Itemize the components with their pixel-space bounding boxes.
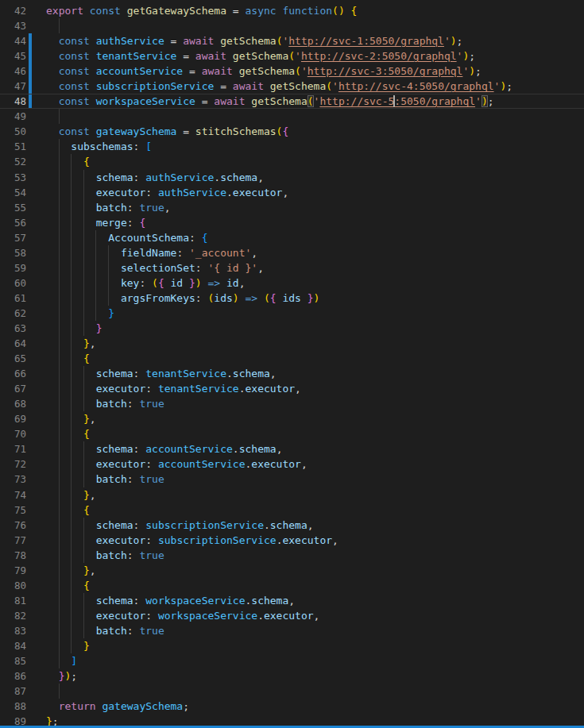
code-line[interactable]: 53 schema: authService.schema, [0, 170, 584, 185]
line-number[interactable]: 66 [0, 366, 26, 381]
code-line[interactable]: 50 const gatewaySchema = stitchSchemas({ [0, 124, 584, 139]
url-link-text[interactable]: :5050/graphql [394, 95, 475, 107]
line-number[interactable]: 86 [0, 668, 26, 684]
code-line[interactable]: 43 [0, 18, 584, 33]
line-number[interactable]: 57 [0, 230, 26, 245]
code-line[interactable]: 66 schema: tenantService.schema, [0, 366, 584, 381]
line-number[interactable]: 45 [0, 48, 26, 64]
code-line[interactable]: 46 const accountService = await getSchem… [0, 64, 584, 79]
line-number[interactable]: 60 [0, 275, 26, 291]
line-number[interactable]: 54 [0, 185, 26, 200]
line-number[interactable]: 75 [0, 503, 26, 518]
code-line[interactable]: 48 const workspaceService = await getSch… [0, 94, 584, 109]
line-number[interactable]: 73 [0, 472, 26, 487]
code-line[interactable]: 55 batch: true, [0, 200, 584, 215]
code-line[interactable]: 64 }, [0, 336, 584, 351]
code-line[interactable]: 51 subschemas: [ [0, 139, 584, 154]
code-line[interactable]: 52 { [0, 154, 584, 169]
line-number[interactable]: 81 [0, 593, 26, 608]
line-number[interactable]: 84 [0, 638, 26, 653]
line-number[interactable]: 82 [0, 608, 26, 623]
code-line[interactable]: 65 { [0, 351, 584, 366]
line-number[interactable]: 46 [0, 64, 26, 79]
line-number[interactable]: 53 [0, 170, 26, 185]
line-number[interactable]: 56 [0, 215, 26, 230]
code-line[interactable]: 72 executor: accountService.executor, [0, 456, 584, 472]
line-number[interactable]: 74 [0, 487, 26, 503]
line-number[interactable]: 50 [0, 124, 26, 139]
code-line[interactable]: 57 AccountSchema: { [0, 230, 584, 245]
line-number[interactable]: 85 [0, 653, 26, 668]
code-line[interactable]: 75 { [0, 503, 584, 518]
code-line[interactable]: 44 const authService = await getSchema('… [0, 33, 584, 48]
code-line[interactable]: 49 [0, 109, 584, 124]
line-number[interactable]: 67 [0, 381, 26, 396]
url-link-text[interactable]: http://svc-4:5050/graphql [338, 80, 494, 92]
line-number[interactable]: 76 [0, 518, 26, 533]
line-number[interactable]: 63 [0, 321, 26, 336]
code-line[interactable]: 78 batch: true [0, 548, 584, 563]
line-number[interactable]: 62 [0, 306, 26, 321]
line-number[interactable]: 71 [0, 441, 26, 456]
code-line[interactable]: 67 executor: tenantService.executor, [0, 381, 584, 396]
line-number[interactable]: 49 [0, 109, 26, 124]
line-number[interactable]: 51 [0, 139, 26, 154]
code-line[interactable]: 81 schema: workspaceService.schema, [0, 593, 584, 608]
line-number[interactable]: 87 [0, 684, 26, 699]
line-number[interactable]: 64 [0, 336, 26, 351]
code-line[interactable]: 47 const subscriptionService = await get… [0, 79, 584, 94]
code-line[interactable]: 77 executor: subscriptionService.executo… [0, 533, 584, 548]
line-number[interactable]: 83 [0, 623, 26, 638]
line-number[interactable]: 77 [0, 533, 26, 548]
line-number[interactable]: 59 [0, 260, 26, 275]
code-line[interactable]: 88 return gatewaySchema; [0, 699, 584, 714]
code-line[interactable]: 42export const getGatewaySchema = async … [0, 3, 584, 18]
url-link-text[interactable]: http://svc-1:5050/graphql [288, 35, 444, 47]
code-line[interactable]: 70 { [0, 426, 584, 441]
code-line[interactable]: 59 selectionSet: '{ id }', [0, 260, 584, 275]
code-line[interactable]: 87 [0, 684, 584, 699]
url-link-text[interactable]: http://svc-2:5050/graphql [301, 50, 457, 62]
line-number[interactable]: 48 [0, 94, 26, 108]
code-line[interactable]: 83 batch: true [0, 623, 584, 638]
code-line[interactable]: 61 argsFromKeys: (ids) => ({ ids }) [0, 291, 584, 306]
line-number[interactable]: 61 [0, 291, 26, 306]
code-line[interactable]: 86 }); [0, 668, 584, 684]
line-number[interactable]: 79 [0, 563, 26, 578]
line-number[interactable]: 70 [0, 426, 26, 441]
code-line[interactable]: 63 } [0, 321, 584, 336]
line-number[interactable]: 80 [0, 578, 26, 593]
line-number[interactable]: 52 [0, 154, 26, 169]
code-line[interactable]: 85 ] [0, 653, 584, 668]
code-line[interactable]: 62 } [0, 306, 584, 321]
code-line[interactable]: 45 const tenantService = await getSchema… [0, 48, 584, 64]
line-number[interactable]: 43 [0, 18, 26, 33]
line-number[interactable]: 65 [0, 351, 26, 366]
line-number[interactable]: 88 [0, 699, 26, 714]
code-line[interactable]: 71 schema: accountService.schema, [0, 441, 584, 456]
code-line[interactable]: 80 { [0, 578, 584, 593]
code-line[interactable]: 58 fieldName: '_account', [0, 245, 584, 260]
line-number[interactable]: 68 [0, 396, 26, 411]
line-number[interactable]: 47 [0, 79, 26, 94]
code-line[interactable]: 60 key: ({ id }) => id, [0, 275, 584, 291]
line-number[interactable]: 55 [0, 200, 26, 215]
code-line[interactable]: 56 merge: { [0, 215, 584, 230]
code-line[interactable]: 82 executor: workspaceService.executor, [0, 608, 584, 623]
code-line[interactable]: 74 }, [0, 487, 584, 503]
code-line[interactable]: 68 batch: true [0, 396, 584, 411]
line-number[interactable]: 78 [0, 548, 26, 563]
url-link-text[interactable]: http://svc-5 [319, 95, 394, 107]
line-number[interactable]: 44 [0, 33, 26, 48]
code-line[interactable]: 69 }, [0, 411, 584, 426]
code-line[interactable]: 73 batch: true [0, 472, 584, 487]
line-number[interactable]: 42 [0, 3, 26, 18]
line-number[interactable]: 58 [0, 245, 26, 260]
code-line[interactable]: 76 schema: subscriptionService.schema, [0, 518, 584, 533]
code-editor[interactable]: 42export const getGatewaySchema = async … [0, 0, 584, 728]
code-line[interactable]: 84 } [0, 638, 584, 653]
url-link-text[interactable]: http://svc-3:5050/graphql [307, 65, 463, 77]
code-line[interactable]: 79 }, [0, 563, 584, 578]
line-number[interactable]: 69 [0, 411, 26, 426]
line-number[interactable]: 72 [0, 456, 26, 472]
